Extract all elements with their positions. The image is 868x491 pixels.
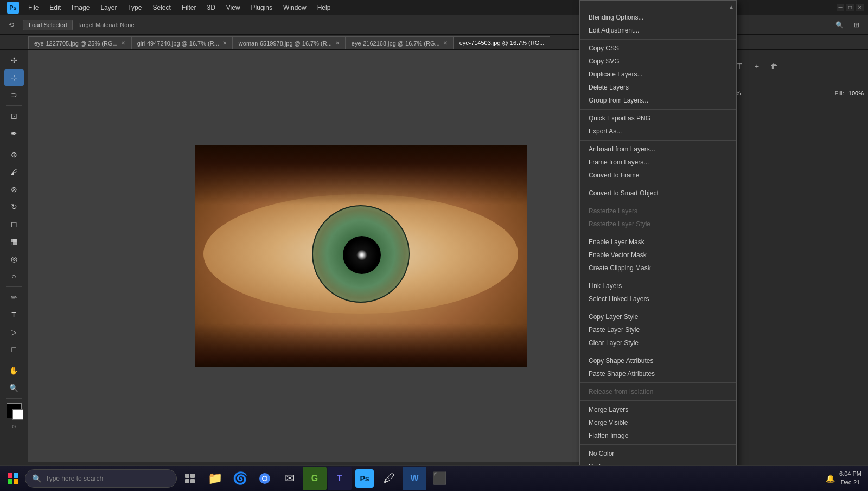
path-selection[interactable]: ▷ [4, 324, 24, 340]
mail-button[interactable]: ✉ [278, 467, 302, 490]
pen-app-button[interactable]: 🖊 [378, 467, 401, 490]
eraser-tool[interactable]: ◻ [4, 216, 24, 232]
background-color[interactable] [12, 409, 23, 420]
dodge-tool[interactable]: ○ [4, 268, 24, 284]
menu-view[interactable]: View [222, 2, 245, 14]
ctx-copy-svg[interactable]: Copy SVG [580, 55, 736, 68]
blur-tool[interactable]: ◎ [4, 251, 24, 267]
taskview-button[interactable] [178, 467, 202, 490]
restore-button[interactable]: □ [846, 4, 854, 11]
tab-girl[interactable]: girl-4947240.jpg @ 16.7% (R... ✕ [131, 36, 233, 49]
tab-close-3[interactable]: ✕ [335, 40, 340, 46]
tab-close-2[interactable]: ✕ [222, 40, 227, 46]
tab-close-1[interactable]: ✕ [121, 40, 125, 46]
ctx-quick-export[interactable]: Quick Export as PNG [580, 112, 736, 125]
file-explorer-button[interactable]: 📁 [203, 467, 227, 490]
ctx-edit-adjustment[interactable]: Edit Adjustment... [580, 24, 736, 37]
tab-eye-1[interactable]: eye-1227705.jpg @ 25% (RG... ✕ [28, 36, 131, 49]
menu-edit[interactable]: Edit [45, 2, 65, 14]
menu-image[interactable]: Image [67, 2, 94, 14]
move-tool[interactable]: ✢ [4, 52, 24, 68]
ctx-release-isolation[interactable]: Release from Isolation [580, 385, 736, 398]
ctx-paste-shape-attrs[interactable]: Paste Shape Attributes [580, 367, 736, 380]
tab-eye-2[interactable]: eye-2162168.jpg @ 16.7% (RG... ✕ [346, 36, 454, 49]
lasso-tool[interactable]: ⊃ [4, 87, 24, 103]
tool-icon[interactable]: ⟲ [4, 18, 18, 32]
ctx-frame-layers[interactable]: Frame from Layers... [580, 156, 736, 169]
ctx-copy-css[interactable]: Copy CSS [580, 42, 736, 55]
arrange-icon[interactable]: ⊞ [850, 18, 864, 32]
ctx-convert-frame[interactable]: Convert to Frame [580, 169, 736, 182]
chrome-button[interactable] [253, 467, 277, 490]
minimize-button[interactable]: ─ [837, 4, 844, 11]
ctx-flatten-image[interactable]: Flatten Image [580, 429, 736, 442]
fill-value[interactable]: 100% [848, 90, 864, 97]
ctx-rasterize-layers[interactable]: Rasterize Layers [580, 205, 736, 218]
menu-layer[interactable]: Layer [96, 2, 121, 14]
ctx-blending-options[interactable]: Blending Options... [580, 11, 736, 24]
start-button[interactable] [2, 468, 24, 489]
menu-select[interactable]: Select [148, 2, 175, 14]
tab-eye-5[interactable]: eye-714503.jpg @ 16.7% (RG... [454, 36, 551, 49]
selection-tool[interactable]: ⊹ [4, 69, 24, 86]
trash-icon-btn[interactable]: 🗑 [767, 59, 782, 74]
dark-app-button[interactable]: ⬛ [427, 467, 451, 490]
stamp-tool[interactable]: ⊗ [4, 181, 24, 197]
eyedropper-tool[interactable]: ✒ [4, 125, 24, 142]
shape-tool[interactable]: □ [4, 341, 24, 358]
ctx-rasterize-layer-style[interactable]: Rasterize Layer Style [580, 218, 736, 231]
add-layer-btn[interactable]: + [749, 59, 764, 74]
app-g-button[interactable]: G [303, 467, 327, 490]
menu-3d[interactable]: 3D [202, 2, 219, 14]
ctx-create-clipping-mask[interactable]: Create Clipping Mask [580, 262, 736, 275]
ctx-copy-shape-attrs[interactable]: Copy Shape Attributes [580, 354, 736, 367]
brush-tool[interactable]: 🖌 [4, 164, 24, 180]
crop-tool[interactable]: ⊡ [4, 108, 24, 124]
ctx-scroll-up[interactable]: ▲ [580, 3, 736, 11]
ctx-duplicate-layers[interactable]: Duplicate Layers... [580, 68, 736, 81]
close-button[interactable]: ✕ [856, 4, 864, 11]
ctx-convert-smart-object[interactable]: Convert to Smart Object [580, 187, 736, 200]
ctx-delete-layers[interactable]: Delete Layers [580, 81, 736, 94]
taskbar-search[interactable]: 🔍 Type here to search [25, 469, 177, 488]
photoshop-taskbar-button[interactable]: Ps [353, 467, 376, 490]
ctx-paste-layer-style[interactable]: Paste Layer Style [580, 323, 736, 336]
history-brush[interactable]: ↻ [4, 199, 24, 215]
text-tool[interactable]: T [4, 307, 24, 323]
menu-filter[interactable]: Filter [177, 2, 201, 14]
word-button[interactable]: W [403, 467, 426, 490]
menu-window[interactable]: Window [279, 2, 311, 14]
ctx-copy-layer-style[interactable]: Copy Layer Style [580, 310, 736, 323]
menu-type[interactable]: Type [123, 2, 146, 14]
tab-close-4[interactable]: ✕ [443, 40, 448, 46]
healing-tool[interactable]: ⊕ [4, 146, 24, 163]
edge-button[interactable]: 🌀 [228, 467, 252, 490]
load-selected-button[interactable]: Load Selected [23, 20, 73, 30]
ctx-merge-layers[interactable]: Merge Layers [580, 403, 736, 416]
ctx-link-layers[interactable]: Link Layers [580, 279, 736, 292]
search-icon[interactable]: 🔍 [832, 18, 846, 32]
ctx-merge-visible[interactable]: Merge Visible [580, 416, 736, 429]
menu-plugins[interactable]: Plugins [247, 2, 277, 14]
ctx-no-color[interactable]: No Color [580, 447, 736, 460]
app-logo[interactable]: Ps [4, 0, 22, 15]
quick-mask[interactable]: ⊙ [12, 424, 16, 429]
ctx-export-as[interactable]: Export As... [580, 125, 736, 138]
menu-help[interactable]: Help [313, 2, 335, 14]
ctx-artboard-layers[interactable]: Artboard from Layers... [580, 143, 736, 156]
ctx-enable-layer-mask[interactable]: Enable Layer Mask [580, 235, 736, 248]
app-t-button[interactable]: T [328, 467, 352, 490]
taskbar-clock[interactable]: 6:04 PM Dec-21 [839, 470, 861, 487]
notification-icon[interactable]: 🔔 [826, 474, 835, 483]
ctx-group-from-layers[interactable]: Group from Layers... [580, 94, 736, 107]
ctx-clear-layer-style[interactable]: Clear Layer Style [580, 336, 736, 349]
ctx-enable-vector-mask[interactable]: Enable Vector Mask [580, 248, 736, 262]
tab-woman[interactable]: woman-6519978.jpg @ 16.7% (R... ✕ [233, 36, 346, 49]
ctx-select-linked[interactable]: Select Linked Layers [580, 292, 736, 305]
menu-file[interactable]: File [24, 2, 43, 14]
zoom-tool[interactable]: 🔍 [4, 380, 24, 396]
foreground-color[interactable] [7, 403, 22, 418]
pen-tool[interactable]: ✏ [4, 289, 24, 305]
gradient-tool[interactable]: ▦ [4, 233, 24, 250]
hand-tool[interactable]: ✋ [4, 362, 24, 379]
